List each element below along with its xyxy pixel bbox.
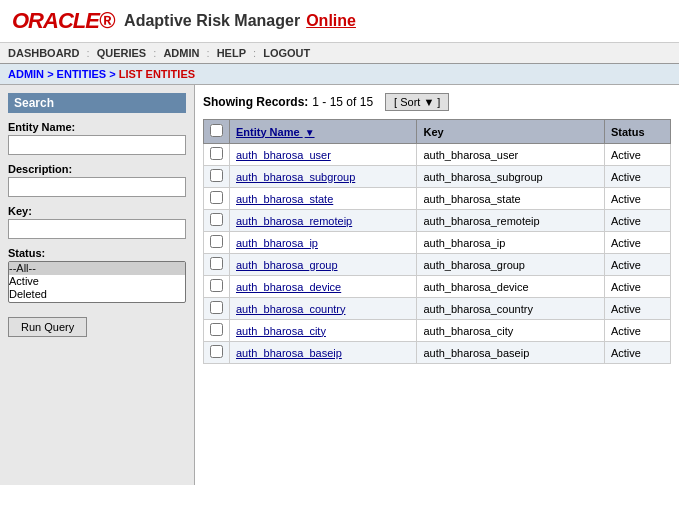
table-row: auth_bharosa_cityauth_bharosa_cityActive: [204, 320, 671, 342]
entity-status: Active: [604, 342, 670, 364]
header-status: Status: [604, 120, 670, 144]
sort-button[interactable]: [ Sort ▼ ]: [385, 93, 449, 111]
entity-name-link[interactable]: auth_bharosa_remoteip: [236, 215, 352, 227]
header-checkbox-col: [204, 120, 230, 144]
table-row: auth_bharosa_groupauth_bharosa_groupActi…: [204, 254, 671, 276]
table-row: auth_bharosa_ipauth_bharosa_ipActive: [204, 232, 671, 254]
entity-key: auth_bharosa_group: [417, 254, 604, 276]
row-checkbox[interactable]: [210, 213, 223, 226]
status-option-deleted[interactable]: Deleted: [9, 288, 185, 301]
row-checkbox[interactable]: [210, 191, 223, 204]
entity-key: auth_bharosa_user: [417, 144, 604, 166]
description-group: Description:: [8, 163, 186, 197]
entity-key: auth_bharosa_subgroup: [417, 166, 604, 188]
entity-status: Active: [604, 298, 670, 320]
status-group: Status: --All-- Active Deleted: [8, 247, 186, 303]
header-entity-name[interactable]: Entity Name ▼: [230, 120, 417, 144]
entity-name-group: Entity Name:: [8, 121, 186, 155]
entity-status: Active: [604, 188, 670, 210]
entity-name-link[interactable]: auth_bharosa_baseip: [236, 347, 342, 359]
status-label: Status:: [8, 247, 186, 259]
select-all-checkbox[interactable]: [210, 124, 223, 137]
entity-key: auth_bharosa_device: [417, 276, 604, 298]
entity-key: auth_bharosa_baseip: [417, 342, 604, 364]
entity-status: Active: [604, 166, 670, 188]
row-checkbox[interactable]: [210, 147, 223, 160]
status-option-active[interactable]: Active: [9, 275, 185, 288]
content-area: Showing Records: 1 - 15 of 15 [ Sort ▼ ]…: [195, 85, 679, 372]
table-row: auth_bharosa_remoteipauth_bharosa_remote…: [204, 210, 671, 232]
row-checkbox[interactable]: [210, 323, 223, 336]
search-title: Search: [8, 93, 186, 113]
showing-label: Showing Records:: [203, 95, 308, 109]
breadcrumb-admin[interactable]: ADMIN: [8, 68, 44, 80]
entity-key: auth_bharosa_country: [417, 298, 604, 320]
entity-status: Active: [604, 254, 670, 276]
entity-key: auth_bharosa_ip: [417, 232, 604, 254]
entity-name-label: Entity Name:: [8, 121, 186, 133]
entity-name-link[interactable]: auth_bharosa_subgroup: [236, 171, 355, 183]
search-sidebar: Search Entity Name: Description: Key: St…: [0, 85, 195, 485]
navbar: DASHBOARD : QUERIES : ADMIN : HELP : LOG…: [0, 43, 679, 64]
status-option-all[interactable]: --All--: [9, 262, 185, 275]
oracle-logo: ORACLE®: [12, 8, 114, 34]
entity-name-link[interactable]: auth_bharosa_state: [236, 193, 333, 205]
row-checkbox[interactable]: [210, 345, 223, 358]
entity-table: Entity Name ▼ Key Status auth_bharosa_us…: [203, 119, 671, 364]
records-bar: Showing Records: 1 - 15 of 15 [ Sort ▼ ]: [203, 93, 671, 111]
entity-table-body: auth_bharosa_userauth_bharosa_userActive…: [204, 144, 671, 364]
nav-admin[interactable]: ADMIN: [163, 47, 199, 59]
table-header-row: Entity Name ▼ Key Status: [204, 120, 671, 144]
nav-queries[interactable]: QUERIES: [97, 47, 147, 59]
header-key: Key: [417, 120, 604, 144]
key-label: Key:: [8, 205, 186, 217]
row-checkbox[interactable]: [210, 301, 223, 314]
entity-key: auth_bharosa_remoteip: [417, 210, 604, 232]
header: ORACLE® Adaptive Risk Manager Online: [0, 0, 679, 43]
status-select[interactable]: --All-- Active Deleted: [8, 261, 186, 303]
nav-help[interactable]: HELP: [217, 47, 246, 59]
records-range: 1 - 15 of 15: [312, 95, 373, 109]
key-group: Key:: [8, 205, 186, 239]
entity-status: Active: [604, 232, 670, 254]
sort-arrow-icon: ▼: [305, 127, 315, 138]
entity-name-link[interactable]: auth_bharosa_country: [236, 303, 345, 315]
entity-key: auth_bharosa_state: [417, 188, 604, 210]
entity-name-link[interactable]: auth_bharosa_group: [236, 259, 338, 271]
row-checkbox[interactable]: [210, 279, 223, 292]
app-title: Adaptive Risk Manager: [124, 12, 300, 30]
entity-status: Active: [604, 210, 670, 232]
entity-status: Active: [604, 320, 670, 342]
key-input[interactable]: [8, 219, 186, 239]
entity-key: auth_bharosa_city: [417, 320, 604, 342]
breadcrumb-current: LIST ENTITIES: [119, 68, 195, 80]
table-row: auth_bharosa_stateauth_bharosa_stateActi…: [204, 188, 671, 210]
description-label: Description:: [8, 163, 186, 175]
entity-status: Active: [604, 144, 670, 166]
row-checkbox[interactable]: [210, 257, 223, 270]
table-row: auth_bharosa_baseipauth_bharosa_baseipAc…: [204, 342, 671, 364]
row-checkbox[interactable]: [210, 169, 223, 182]
entity-status: Active: [604, 276, 670, 298]
entity-name-input[interactable]: [8, 135, 186, 155]
table-row: auth_bharosa_deviceauth_bharosa_deviceAc…: [204, 276, 671, 298]
breadcrumb-entities[interactable]: ENTITIES: [57, 68, 107, 80]
table-row: auth_bharosa_countryauth_bharosa_country…: [204, 298, 671, 320]
run-query-button[interactable]: Run Query: [8, 317, 87, 337]
table-row: auth_bharosa_userauth_bharosa_userActive: [204, 144, 671, 166]
main-layout: Search Entity Name: Description: Key: St…: [0, 85, 679, 485]
nav-logout[interactable]: LOGOUT: [263, 47, 310, 59]
entity-name-link[interactable]: auth_bharosa_user: [236, 149, 331, 161]
entity-name-link[interactable]: auth_bharosa_city: [236, 325, 326, 337]
description-input[interactable]: [8, 177, 186, 197]
entity-name-link[interactable]: auth_bharosa_ip: [236, 237, 318, 249]
entity-name-link[interactable]: auth_bharosa_device: [236, 281, 341, 293]
breadcrumb: ADMIN > ENTITIES > LIST ENTITIES: [0, 64, 679, 85]
table-row: auth_bharosa_subgroupauth_bharosa_subgro…: [204, 166, 671, 188]
online-status: Online: [306, 12, 356, 30]
nav-dashboard[interactable]: DASHBOARD: [8, 47, 80, 59]
row-checkbox[interactable]: [210, 235, 223, 248]
